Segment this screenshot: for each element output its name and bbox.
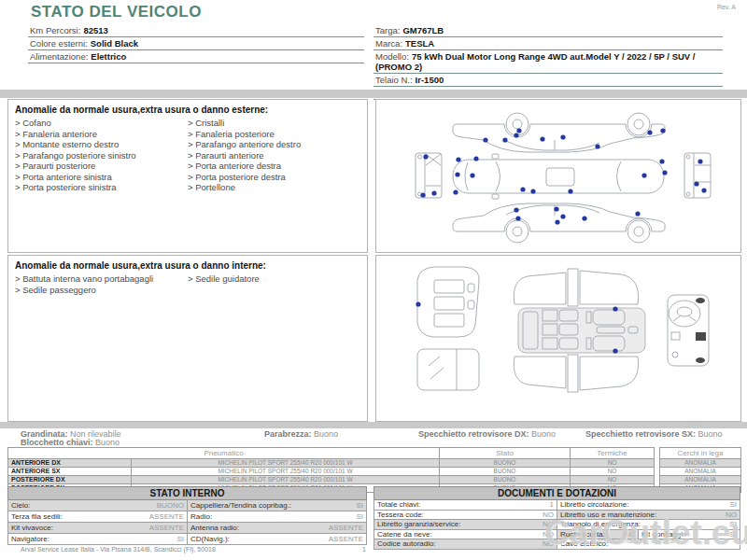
damage-dot (520, 187, 525, 191)
summary-blocchetto: Blocchetto chiavi: Buono (21, 438, 120, 447)
table-row: Cielo:BUONO Cappelliera/Tendina copribag… (8, 500, 367, 511)
damage-dot (698, 159, 702, 163)
interior-anomalies-lists: Battuta interna vano portabagagliSedile … (8, 273, 367, 295)
interior-list-col1: Battuta interna vano portabagagliSedile … (15, 273, 188, 295)
damage-dot (660, 128, 665, 133)
table-row: ANOMALIA (660, 459, 741, 468)
stato-interno-table: STATO INTERNO Cielo:BUONO Cappelliera/Te… (7, 486, 367, 545)
damage-item: Sedile guidatore (188, 273, 360, 285)
damage-item: Sedile passeggero (15, 285, 188, 296)
tire-stato: BUONO (440, 468, 571, 476)
document-id: ID vcR9AO.2hae253 , Gwr67ue (590, 538, 675, 544)
separator-band (0, 90, 747, 98)
cell: Cielo:BUONO (8, 500, 188, 511)
damage-item: Paraurti posteriore (15, 161, 188, 172)
cerchi-value: ANOMALIA (660, 459, 741, 468)
exterior-diagram-box (375, 99, 741, 253)
exterior-car-diagram (376, 100, 739, 250)
field-value: 82513 (83, 25, 107, 35)
cell-label: Catene da neve: (377, 530, 432, 539)
tire-spec: MICHELIN PILOT SPORT 255/40 R20 000/101 … (132, 476, 440, 484)
interior-anomalies-box: Anomalie da normale usura,extra usura o … (7, 255, 368, 422)
damage-item: Porta posteriore sinistra (15, 182, 188, 193)
cell-label: Triangolo di emergenza: (560, 520, 641, 528)
cell-value: ASSENTE (149, 523, 184, 533)
stato-interno-title: STATO INTERNO (8, 487, 367, 500)
damage-dot (515, 216, 520, 220)
cell-value: NO (726, 511, 737, 520)
summary-value: Buono (698, 429, 723, 439)
damage-item: Parafango anteriore destro (188, 139, 360, 150)
cell-label: Radio: (190, 512, 212, 521)
table-row: Navigatore:SI CD(Navig.):ASSENTE (8, 534, 367, 545)
cell-label: Libretto uso e manutenzione: (560, 511, 656, 519)
cell: Antenna radio:ASSENTE (188, 523, 367, 534)
section-header: STATO INTERNO (8, 487, 367, 500)
trunk-view (417, 267, 479, 337)
interior-car-diagram (376, 256, 739, 419)
cell: Terza fila sedili:ASSENTE (8, 511, 188, 523)
car-side-view-top (453, 113, 665, 152)
table-row: ANTERIORE SX MICHELIN PILOT SPORT 255/40… (8, 468, 655, 476)
field-alimentazione: Alimentazione:Elettrico (28, 50, 364, 63)
car-rear-view (684, 153, 711, 198)
summary-label: Blocchetto chiavi: (21, 438, 93, 447)
field-value: GM767LB (402, 25, 444, 35)
field-value: Ir-1500 (416, 75, 444, 85)
interior-diagram-box (375, 255, 741, 422)
cell: Kit vivavoce:ASSENTE (8, 523, 188, 534)
summary-label: Parabrezza: (264, 429, 312, 439)
table-row: ANTERIORE DX MICHELIN PILOT SPORT 255/40… (8, 459, 655, 468)
damage-dot (613, 348, 617, 353)
cell-value: SI (729, 520, 737, 529)
tire-position: ANTERIORE SX (8, 468, 132, 476)
damage-item: Porta anteriore destra (188, 161, 360, 172)
summary-parabrezza: Parabrezza: Buono (264, 429, 338, 439)
cell-value: NO (543, 539, 554, 549)
cell-value: NO (543, 530, 554, 539)
damage-dot (613, 306, 617, 311)
cell-value: SI (356, 500, 363, 511)
damage-dot (473, 156, 478, 161)
cabin-view (514, 269, 645, 392)
field-label: Targa: (375, 25, 400, 35)
damage-dot (659, 159, 664, 163)
damage-dot (595, 144, 599, 148)
cell-label: Cielo: (11, 501, 30, 510)
table-row: Terza fila sedili:ASSENTE Radio:SI (8, 511, 367, 523)
summary-specchietto-sx: Specchietto retrovisore SX: Buono (585, 429, 723, 439)
tire-position: POSTERIORE DX (8, 476, 132, 484)
damage-dot (456, 157, 460, 161)
field-targa: Targa:GM767LB (374, 24, 723, 37)
page-title: STATO DEL VEICOLO (31, 3, 202, 21)
cell-label: Antenna radio: (190, 524, 239, 532)
summary-label: Specchietto retrovisore SX: (585, 429, 696, 439)
col-header-cerchi: Cerchi in lega (660, 448, 741, 459)
cell: Codice autoradio:NO (374, 539, 557, 550)
damage-dot (701, 188, 706, 192)
cell: Triangolo di emergenza:SI (557, 520, 740, 530)
field-value: TESLA (405, 38, 434, 49)
cell-label: CD(Navig.): (190, 535, 230, 543)
damage-dot (502, 137, 507, 142)
damage-dot (470, 173, 474, 177)
documenti-title: DOCUMENTI E DOTAZIONI (374, 487, 740, 500)
cerchi-header-row: Cerchi in lega (660, 448, 741, 459)
summary-value: Buono (95, 438, 120, 447)
damage-dot (568, 189, 572, 193)
field-label: Marca: (375, 38, 402, 49)
exterior-anomalies-lists: CofanoFanaleria anterioreMontante estern… (8, 118, 367, 193)
cell: Totale chiavi:1 (374, 500, 557, 511)
damage-dot (560, 134, 565, 139)
col-header-pneumatico: Pneumatico (8, 448, 440, 459)
exterior-anomalies-heading: Anomalie da normale usura,extra usura o … (15, 105, 360, 115)
cell-value: ASSENTE (329, 523, 363, 533)
tire-position: ANTERIORE DX (8, 459, 132, 468)
field-label: Colore esterni: (30, 38, 88, 49)
damage-dot (694, 181, 698, 186)
dashboard-view (668, 295, 709, 366)
interior-anomalies-heading: Anomalie da normale usura,extra usura o … (15, 260, 360, 271)
revision-label: Rev. A (717, 4, 736, 10)
cell-label: Cappelliera/Tendina copribag.: (190, 501, 291, 510)
damage-dot (423, 154, 428, 159)
